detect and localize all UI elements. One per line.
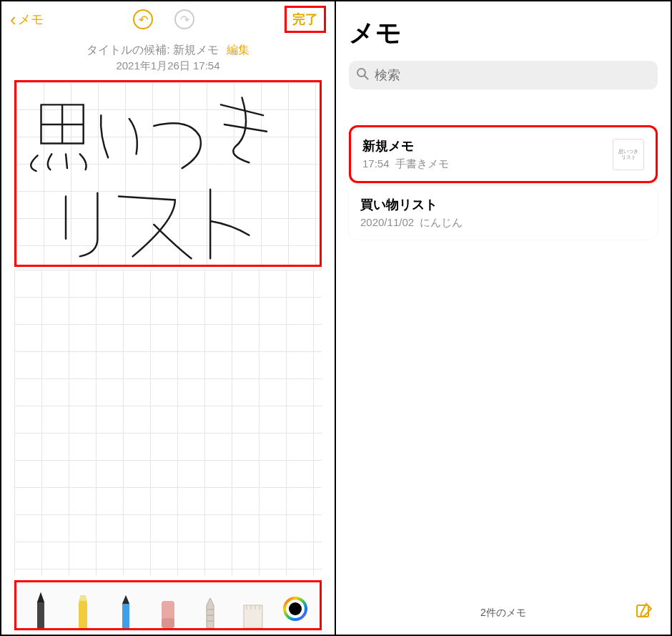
search-icon — [356, 67, 369, 84]
done-button[interactable]: 完了 — [285, 6, 326, 33]
note-list-item[interactable]: 買い物リスト 2020/11/02 にんじん — [349, 186, 658, 240]
svg-point-12 — [289, 602, 302, 615]
pencil-icon — [118, 595, 134, 628]
note-item-meta: 2020/11/02 にんじん — [360, 216, 646, 230]
note-item-title: 買い物リスト — [360, 196, 646, 213]
notes-count: 2件のメモ — [480, 607, 526, 620]
editor-panel: ‹ メモ ↶ ↷ 完了 タイトルの候補: 新規メモ 編集 2021年1月26日 … — [1, 1, 336, 635]
ruler-tool[interactable] — [240, 589, 266, 628]
list-title: メモ — [349, 1, 658, 61]
svg-rect-2 — [162, 618, 174, 628]
eraser-icon — [159, 598, 177, 628]
lasso-icon — [202, 597, 218, 628]
grid-canvas[interactable] — [14, 270, 322, 576]
handwriting-canvas[interactable] — [14, 80, 322, 267]
title-suggestion-prefix: タイトルの候補: — [87, 44, 173, 56]
search-bar[interactable] — [349, 61, 658, 89]
note-thumbnail: 思いつきリスト — [613, 139, 644, 170]
note-info: 新規メモ 17:54 手書きメモ — [362, 137, 613, 171]
compose-icon — [635, 602, 653, 620]
svg-line-14 — [365, 76, 368, 79]
marker-tool[interactable] — [70, 589, 96, 628]
app-container: ‹ メモ ↶ ↷ 完了 タイトルの候補: 新規メモ 編集 2021年1月26日 … — [0, 0, 672, 636]
note-timestamp: 2021年1月26日 17:54 — [1, 59, 335, 77]
marker-icon — [74, 595, 92, 628]
note-item-meta: 17:54 手書きメモ — [362, 157, 613, 171]
pen-tool[interactable] — [28, 589, 54, 628]
note-item-title: 新規メモ — [362, 137, 613, 155]
pencil-tool[interactable] — [113, 589, 139, 628]
undo-icon: ↶ — [139, 13, 148, 26]
pen-icon — [32, 592, 49, 628]
edit-title-link[interactable]: 編集 — [227, 44, 249, 56]
compose-button[interactable] — [635, 602, 653, 622]
done-label: 完了 — [292, 12, 318, 26]
color-picker-tool[interactable] — [282, 589, 308, 628]
undo-redo-group: ↶ ↷ — [133, 9, 194, 29]
note-item-preview: 手書きメモ — [395, 157, 449, 170]
title-suggestion: タイトルの候補: 新規メモ 編集 — [1, 37, 335, 59]
tool-palette — [14, 580, 322, 630]
back-chevron-icon: ‹ — [10, 9, 16, 31]
notes-list-panel: メモ 新規メモ 17:54 手書きメモ 思いつきリスト 買い物リスト 2020/… — [336, 1, 671, 635]
note-list-item[interactable]: 新規メモ 17:54 手書きメモ 思いつきリスト — [349, 125, 658, 183]
list-footer: 2件のメモ — [349, 592, 658, 635]
back-button[interactable]: ‹ メモ — [10, 9, 44, 31]
note-item-time: 2020/11/02 — [360, 216, 414, 228]
editor-header: ‹ メモ ↶ ↷ 完了 — [1, 1, 335, 37]
search-input[interactable] — [375, 68, 651, 83]
undo-button[interactable]: ↶ — [133, 9, 153, 29]
note-item-preview: にんじん — [420, 216, 463, 228]
color-wheel-icon — [283, 597, 307, 621]
title-suggestion-text: 新規メモ — [173, 44, 219, 56]
ruler-icon — [242, 601, 264, 628]
back-label: メモ — [18, 11, 44, 28]
lasso-tool[interactable] — [197, 589, 223, 628]
eraser-tool[interactable] — [155, 589, 181, 628]
handwriting-strokes — [16, 82, 320, 265]
note-item-time: 17:54 — [362, 157, 390, 170]
note-info: 買い物リスト 2020/11/02 にんじん — [360, 196, 646, 230]
redo-icon: ↷ — [180, 13, 189, 26]
svg-rect-0 — [80, 595, 86, 601]
redo-button: ↷ — [174, 9, 194, 29]
